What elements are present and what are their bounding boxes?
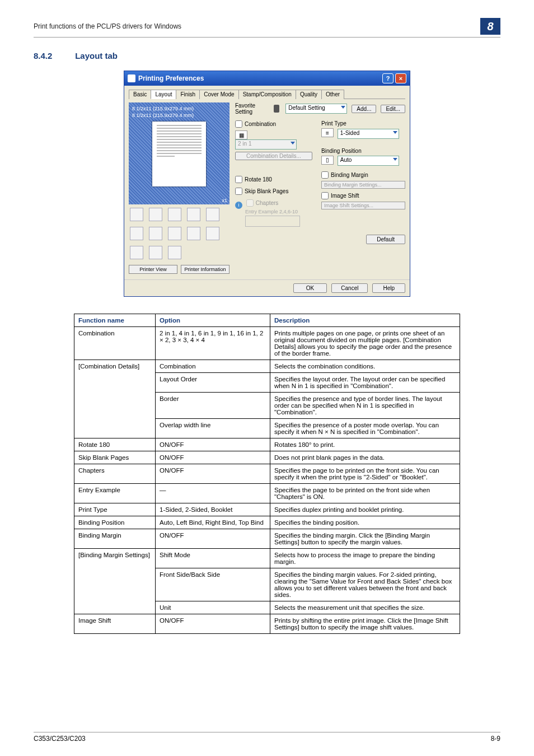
add-button[interactable]: Add...: [352, 105, 376, 113]
cell-description: Selects how to process the image to prep…: [270, 549, 460, 568]
tab-finish[interactable]: Finish: [176, 90, 200, 99]
toolbar-icon[interactable]: [130, 208, 143, 221]
cell-option: Auto, Left Bind, Right Bind, Top Bind: [156, 516, 270, 529]
dialog-title: Printing Preferences: [138, 74, 381, 82]
cell-function-name: Entry Example: [74, 484, 156, 503]
tab-bar: Basic Layout Finish Cover Mode Stamp/Com…: [129, 89, 405, 99]
toolbar-icon[interactable]: [130, 227, 143, 240]
cell-description: Does not print blank pages in the data.: [270, 451, 460, 464]
cell-function-name: Chapters: [74, 464, 156, 484]
combination-select[interactable]: 2 in 1: [235, 139, 297, 150]
cell-description: Specifies the page to be printed on the …: [270, 464, 460, 484]
tab-layout[interactable]: Layout: [151, 90, 176, 99]
cell-option: 2 in 1, 4 in 1, 6 in 1, 9 in 1, 16 in 1,…: [156, 327, 270, 360]
dialog-titlebar: Printing Preferences ? ×: [124, 71, 410, 86]
combination-details-button[interactable]: Combination Details...: [235, 152, 312, 160]
cell-option: ON/OFF: [156, 529, 270, 549]
toolbar-icon[interactable]: [187, 208, 200, 221]
binding-position-select[interactable]: Auto: [338, 156, 399, 166]
print-type-label: Print Type: [321, 120, 405, 127]
close-icon[interactable]: ×: [395, 73, 406, 83]
cell-option: —: [156, 484, 270, 503]
toolbar-icon[interactable]: [168, 208, 181, 221]
th-option: Option: [156, 314, 270, 327]
toolbar-icon[interactable]: [149, 227, 162, 240]
cell-function-name: [Binding Margin Settings]: [74, 549, 156, 614]
icon-toolbar: [129, 204, 229, 263]
cell-description: Specifies the binding margin. Click the …: [270, 529, 460, 549]
printing-preferences-dialog: Printing Preferences ? × Basic Layout Fi…: [124, 71, 410, 297]
cell-option: Unit: [156, 601, 270, 614]
cell-description: Specifies duplex printing and booklet pr…: [270, 503, 460, 516]
table-row: ChaptersON/OFFSpecifies the page to be p…: [74, 464, 460, 484]
table-header-row: Function name Option Description: [74, 314, 460, 327]
ok-button[interactable]: OK: [293, 283, 327, 293]
table-row: [Binding Margin Settings]Shift ModeSelec…: [74, 549, 460, 568]
binding-margin-checkbox[interactable]: Binding Margin: [321, 171, 368, 179]
cell-description: Selects the combination conditions.: [270, 360, 460, 373]
favorite-setting-label: Favorite Setting: [235, 102, 265, 115]
cell-option: Shift Mode: [156, 549, 270, 568]
table-row: Skip Blank PagesON/OFFDoes not print bla…: [74, 451, 460, 464]
table-row: Image ShiftON/OFFPrints by shifting the …: [74, 614, 460, 634]
toolbar-icon[interactable]: [149, 246, 162, 259]
chapter-badge: 8: [480, 18, 500, 35]
help-button[interactable]: Help: [372, 283, 405, 293]
binding-position-icon: ▯: [321, 156, 334, 165]
section-number: 8.4.2: [34, 51, 73, 60]
binding-margin-settings-button[interactable]: Binding Margin Settings...: [321, 181, 405, 189]
binding-position-label: Binding Position: [321, 148, 405, 154]
print-type-select[interactable]: 1-Sided: [338, 129, 399, 139]
preview-column: 8 1/2x11 (215.9x279.4 mm) 8 1/2x11 (215.…: [129, 102, 229, 274]
combination-checkbox[interactable]: Combination: [235, 120, 276, 128]
tab-basic[interactable]: Basic: [129, 90, 151, 99]
printer-view-button[interactable]: Printer View: [129, 265, 177, 274]
output-size-label: 8 1/2x11 (215.9x279.4 mm): [132, 113, 226, 118]
app-icon: [128, 74, 135, 82]
rotate180-checkbox[interactable]: Rotate 180: [235, 176, 272, 183]
table-row: Rotate 180ON/OFFRotates 180° to print.: [74, 438, 460, 451]
skip-blank-checkbox[interactable]: Skip Blank Pages: [235, 188, 288, 195]
toolbar-icon[interactable]: [187, 227, 200, 240]
table-row: Print Type1-Sided, 2-Sided, BookletSpeci…: [74, 503, 460, 516]
cell-description: Rotates 180° to print.: [270, 438, 460, 451]
cell-function-name: Print Type: [74, 503, 156, 516]
cell-description: Specifies the page to be printed on the …: [270, 484, 460, 503]
toolbar-icon[interactable]: [206, 227, 219, 240]
toolbar-icon[interactable]: [149, 208, 162, 221]
entry-example-input[interactable]: [245, 216, 300, 227]
cell-description: Specifies the presence and type of borde…: [270, 393, 460, 419]
zoom-label: x1: [222, 198, 227, 203]
help-icon[interactable]: ?: [382, 73, 394, 83]
th-description: Description: [270, 314, 460, 327]
page-number: 8-9: [491, 735, 500, 743]
table-row: Binding MarginON/OFFSpecifies the bindin…: [74, 529, 460, 549]
tab-other[interactable]: Other: [321, 90, 344, 99]
tab-cover-mode[interactable]: Cover Mode: [199, 90, 238, 99]
model-label: C353/C253/C203: [34, 735, 86, 743]
toolbar-icon[interactable]: [168, 227, 181, 240]
paper-preview: [152, 122, 206, 186]
printer-info-button[interactable]: Printer Information: [181, 265, 229, 274]
image-shift-settings-button[interactable]: Image Shift Settings...: [321, 202, 405, 209]
cell-description: Prints multiple pages on one page, or pr…: [270, 327, 460, 360]
cell-function-name: Rotate 180: [74, 438, 156, 451]
favorite-setting-select[interactable]: Default Setting: [285, 104, 347, 114]
original-size-label: 8 1/2x11 (215.9x279.4 mm): [132, 106, 226, 111]
image-shift-checkbox[interactable]: Image Shift: [321, 192, 359, 199]
edit-button[interactable]: Edit...: [381, 105, 405, 113]
cell-function-name: [Combination Details]: [74, 360, 156, 438]
cancel-button[interactable]: Cancel: [331, 283, 368, 293]
toolbar-icon[interactable]: [130, 246, 143, 259]
tab-quality[interactable]: Quality: [296, 90, 322, 99]
cell-option: Overlap width line: [156, 419, 270, 438]
toolbar-icon[interactable]: [168, 246, 181, 259]
cell-function-name: Binding Position: [74, 516, 156, 529]
table-row: [Combination Details]CombinationSelects …: [74, 360, 460, 373]
combination-icon: ▦: [235, 130, 247, 139]
chapters-checkbox[interactable]: Chapters: [246, 199, 279, 207]
default-button[interactable]: Default: [366, 235, 405, 244]
print-type-icon: ≡: [321, 128, 334, 137]
toolbar-icon[interactable]: [206, 208, 219, 221]
tab-stamp[interactable]: Stamp/Composition: [238, 90, 296, 99]
